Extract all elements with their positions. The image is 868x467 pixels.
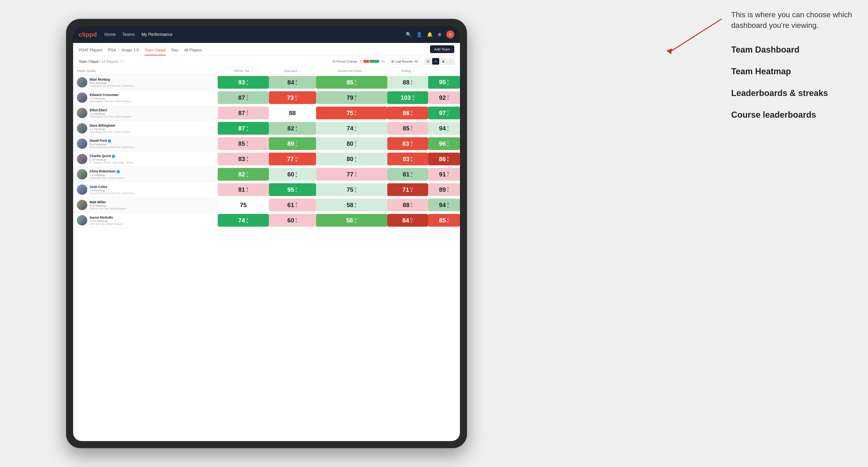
score-number: 77: [346, 171, 353, 178]
table-row[interactable]: David Ford✓ Plus Handicap Royal North De…: [73, 136, 460, 151]
score-change: 10▲: [354, 217, 357, 223]
search-icon[interactable]: 🔍: [406, 32, 412, 37]
tab-pga[interactable]: PGA: [108, 48, 116, 55]
score-box: 86 6▼: [387, 106, 428, 119]
player-cell-6: Chris Robertson✓ 1-5 Handicap Craigmilla…: [73, 167, 218, 182]
nav-icons: 🔍 👤 🔔 ⊕ U: [406, 30, 454, 38]
player-info: Charlie Quick✓ 6-10 Handicap St. George'…: [90, 154, 137, 164]
add-team-button[interactable]: Add Team: [430, 45, 454, 53]
score-box: 58 4▲: [316, 198, 387, 211]
score-change: 4▲: [410, 172, 413, 177]
table-row[interactable]: Edward Crossman 1-5 Handicap Sunningdale…: [73, 90, 460, 105]
score-change: 2▼: [410, 202, 413, 208]
score-number: 87: [238, 110, 245, 117]
score-cell-quality: 74 8▲: [218, 213, 269, 228]
score-number: 86: [439, 155, 446, 163]
avatar[interactable]: U: [446, 30, 454, 38]
score-box: 93 4▲: [218, 76, 269, 89]
annotation-item-2: Team Heatmap: [731, 66, 854, 76]
player-name: Josh Coles: [90, 185, 137, 189]
toolbar-right: 20 Round Change -5 +5 ⊞ Last Rounds: 20 …: [332, 58, 454, 65]
player-info: Edward Crossman 1-5 Handicap Sunningdale…: [90, 93, 131, 102]
score-change: 15▲: [412, 95, 415, 101]
view-toggle-grid[interactable]: ⊞: [425, 58, 432, 65]
player-cell-2: Elliot Ebert 1-5 Handicap Sunningdale Go…: [73, 105, 218, 121]
tab-pgat-players[interactable]: PGAT Players: [79, 48, 102, 55]
table-row[interactable]: Blair McHarg Plus Handicap Royal North D…: [73, 75, 460, 90]
score-box: 87 1▲: [218, 91, 269, 104]
score-cell-off_tee: 89 7▲: [269, 136, 316, 151]
player-name: Aaron Nicholls: [90, 216, 123, 219]
score-number: 92: [439, 94, 446, 101]
table-row[interactable]: Aaron Nicholls 11-15 Handicap Drift Golf…: [73, 213, 460, 228]
score-cell-approach: 58 10▲: [316, 213, 387, 228]
score-number: 85: [238, 140, 245, 148]
score-cell-off_tee: 84 6▲: [269, 75, 316, 90]
last-rounds-button[interactable]: ⊞ Last Rounds: 20: [388, 58, 421, 65]
score-box: 89 7▲: [269, 137, 316, 150]
tab-team-clippd[interactable]: Team Clippd: [145, 48, 165, 55]
score-box: 81 3▼: [218, 183, 269, 196]
score-change: 3▼: [354, 172, 356, 177]
svg-line-0: [670, 19, 722, 52]
score-change: 3▼: [410, 125, 413, 131]
score-cell-putting: 86 8▼: [428, 151, 460, 167]
view-toggle-download[interactable]: ↓: [447, 58, 454, 65]
score-change: 3▼: [246, 141, 248, 147]
table-row[interactable]: Matt Miller 6-10 Handicap Woburn Golf Cl…: [73, 197, 460, 213]
player-club: Royal North Devon Golf Club, United King…: [90, 146, 137, 149]
score-number: 75: [240, 201, 247, 209]
verified-badge: ✓: [117, 170, 120, 173]
table-row[interactable]: Elliot Ebert 1-5 Handicap Sunningdale Go…: [73, 105, 460, 121]
person-icon[interactable]: 👤: [416, 32, 422, 37]
nav-link-myperformance[interactable]: My Performance: [142, 32, 173, 37]
score-box: 87 4▲: [218, 122, 269, 135]
round-change: 20 Round Change -5 +5: [332, 60, 384, 63]
score-number: 88: [403, 79, 409, 86]
player-club: Royal North Devon Golf Club, United King…: [90, 85, 137, 87]
tab-all-players[interactable]: All Players: [184, 48, 202, 55]
view-toggle-list[interactable]: ≡: [432, 58, 439, 65]
annotation-arrow: [656, 14, 731, 61]
tablet-screen: clippd Home Teams My Performance 🔍 👤 🔔 ⊕…: [73, 26, 460, 441]
score-cell-approach: 79 9▲: [316, 90, 387, 105]
score-cell-putting: 95 9▲: [428, 75, 460, 90]
score-cell-around_green: 83 6▼: [387, 151, 428, 167]
nav-link-home[interactable]: Home: [104, 32, 116, 37]
player-cell-4: David Ford✓ Plus Handicap Royal North De…: [73, 136, 218, 151]
col-header-putting: Putting —: [387, 67, 428, 75]
tab-tour[interactable]: Tour: [171, 48, 179, 55]
player-club: Craigmillar Park, United Kingdom: [90, 177, 125, 179]
score-box: 97 5▲: [428, 106, 460, 119]
score-box: 85 4▼: [428, 214, 460, 227]
player-cell-7: Josh Coles 1-5 Handicap Royal North Devo…: [73, 182, 218, 197]
score-cell-around_green: 85 3▼: [387, 121, 428, 136]
player-handicap: Plus Handicap: [90, 143, 137, 146]
settings-icon[interactable]: ⊕: [437, 32, 441, 37]
score-cell-off_tee: 73 11▼: [269, 90, 316, 105]
score-change: 9▲: [354, 95, 356, 101]
score-change: 3▲: [246, 172, 248, 177]
score-box: 83 3▼: [218, 153, 269, 165]
change-positive: +5: [381, 60, 384, 63]
table-row[interactable]: Charlie Quick✓ 6-10 Handicap St. George'…: [73, 151, 460, 167]
score-change: 6▲: [295, 80, 298, 85]
table-row[interactable]: Chris Robertson✓ 1-5 Handicap Craigmilla…: [73, 167, 460, 182]
score-cell-putting: 91 3▼: [428, 167, 460, 182]
player-name: Dave Billingham: [90, 124, 130, 127]
player-count-label: | 14 Players: [99, 59, 118, 63]
view-toggle-chart[interactable]: ♟: [440, 58, 447, 65]
edit-icon[interactable]: ✏: [121, 59, 124, 63]
table-row[interactable]: Josh Coles 1-5 Handicap Royal North Devo…: [73, 182, 460, 197]
bell-icon[interactable]: 🔔: [427, 32, 433, 37]
score-change: 3▼: [447, 172, 449, 177]
score-box: 103 15▲: [387, 91, 428, 104]
table-row[interactable]: Dave Billingham 1-5 Handicap Gog Magog G…: [73, 121, 460, 136]
tab-hcaps[interactable]: Hcaps 1-5: [122, 48, 139, 55]
score-cell-quality: 75: [218, 197, 269, 213]
score-cell-approach: 74 1▲: [316, 121, 387, 136]
score-cell-off_tee: 60 2▲: [269, 167, 316, 182]
nav-link-teams[interactable]: Teams: [122, 32, 135, 37]
score-change: 3▼: [354, 110, 356, 116]
team-name-label: Team Clippd | 14 Players: [79, 59, 118, 63]
